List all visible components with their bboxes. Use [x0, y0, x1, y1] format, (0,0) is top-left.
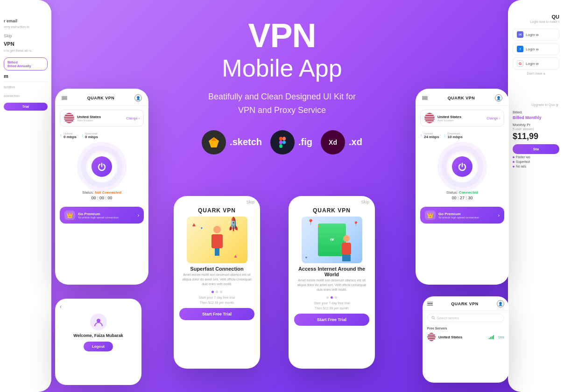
servers-brand: QUARK VPN [451, 301, 479, 306]
upload-item-right: ↑ Upload 24 mbps [420, 132, 439, 139]
figma-icon [270, 130, 295, 154]
back-btn[interactable]: ‹ [60, 303, 62, 310]
login-email-btn[interactable]: ✉ Login w [513, 28, 559, 41]
ping-bar-2 [490, 337, 491, 339]
location-bar-left[interactable]: United States Auto location Change › [60, 110, 144, 126]
dots-row-2 [289, 294, 375, 301]
start-button[interactable]: Sta [513, 144, 559, 154]
hamburger-icon-right[interactable] [422, 96, 428, 100]
search-bar[interactable]: Search servers [427, 314, 504, 322]
vpn-power-btn-right[interactable] [452, 156, 472, 177]
timer-left: 00 : 00 : 00 [91, 196, 112, 200]
upgrade-desc: Upgrade to Qua gr. [513, 103, 559, 106]
user-icon-right[interactable]: 👤 [495, 94, 502, 102]
premium-sub-right: To unlock high speed connection [438, 216, 479, 219]
status-value-right: Connected [459, 190, 478, 195]
phone-servers: QUARK VPN 👤 Search servers Free Servers … [423, 296, 509, 383]
status-text-left: Status: Not Connected [82, 190, 121, 195]
onboard-illust-2: 🗺 📍 📍 ● ● [302, 217, 362, 263]
billing-card[interactable]: Billed Billed Annually [4, 57, 48, 70]
vpn-outer-ring [81, 146, 123, 188]
trial-line2-1: Then $12.99 per month [174, 300, 260, 305]
google-icon: G [517, 60, 523, 67]
hero-title: VPN [248, 19, 316, 52]
svg-rect-5 [279, 144, 282, 148]
ping-bar-1 [489, 338, 490, 339]
partial-right-desc: Login now to make t [513, 20, 559, 24]
ping-bar-4 [493, 335, 494, 339]
login-fb-btn[interactable]: f Login w [513, 43, 559, 55]
trial-line1-1: Start your 7-day free trial [174, 295, 260, 300]
chevron-right-icon: › [139, 117, 140, 120]
vpn-power-btn-left[interactable] [92, 156, 112, 177]
skip-btn-1[interactable]: Skip [246, 200, 254, 204]
skip-label[interactable]: Skip [4, 34, 48, 38]
ping-bar [489, 335, 494, 339]
mail-icon: ✉ [517, 31, 523, 38]
avatar-icon [90, 314, 107, 330]
login-fb-label: Login w [526, 47, 539, 51]
hero-subtitle: Mobile App [222, 55, 342, 82]
vpn-label: VPN [4, 41, 48, 47]
login-google-btn[interactable]: G Login w [513, 57, 559, 70]
billed-monthly: Billed Monthly [513, 115, 559, 120]
download-val: 0 mbps [85, 135, 98, 139]
hamburger-icon[interactable] [62, 96, 67, 100]
trial-label: Trial [22, 105, 29, 108]
feature-2: Superfast [513, 160, 559, 163]
facebook-icon: f [517, 46, 523, 52]
menu-line [62, 96, 67, 97]
change-btn-right[interactable]: Change › [486, 117, 500, 120]
change-btn-left[interactable]: Change › [126, 117, 140, 120]
format-badges: .sketch .fig Xd .xd [202, 130, 362, 154]
dot [216, 291, 218, 293]
hero-desc: Beatifully and Clean Designed UI Kit for… [208, 90, 356, 117]
partial-price: m [4, 73, 48, 79]
monthly-label: Monthly Pr [513, 123, 559, 127]
start-free-btn-1[interactable]: Start Free Trial [179, 308, 254, 320]
ping-bar-3 [492, 336, 493, 339]
upload-val: 0 mbps [63, 135, 77, 139]
menu-line [422, 96, 428, 97]
dot-active [212, 291, 214, 293]
location-bar-right[interactable]: United States Auto location Change › [420, 110, 504, 126]
email-label: r email [4, 19, 48, 23]
free-servers-label: Free Servers [423, 325, 509, 331]
partial-right-panel: QU Login now to make t ✉ Login w f Login… [508, 0, 564, 392]
start-free-btn-2[interactable]: Start Free Trial [294, 314, 369, 326]
skip-btn-2[interactable]: Skip [361, 200, 369, 204]
partial-connection: connection [4, 94, 48, 98]
servers-header: QUARK VPN 👤 [423, 296, 509, 311]
user-icon-left[interactable]: 👤 [134, 94, 142, 102]
menu-line [422, 98, 428, 98]
auto-location-left: Auto location [77, 119, 123, 122]
servers-content: QUARK VPN 👤 Search servers Free Servers … [423, 296, 509, 383]
menu-line [62, 99, 67, 100]
logout-btn[interactable]: Logout [84, 342, 113, 351]
dot [335, 296, 337, 299]
onboard-desc-2: Amet minim mollit non deserunt ullamco e… [289, 278, 375, 294]
bullet [513, 156, 515, 158]
onboard-title-2: Access Internet Around the World [289, 263, 375, 278]
premium-btn-right[interactable]: 👑 Go Premium To unlock high speed connec… [420, 207, 504, 224]
fig-badge: .fig [270, 130, 312, 154]
onboard-illust-1: 🚀 ▲ ▲ ● [187, 217, 247, 263]
vpn-inner-ring [86, 151, 118, 182]
upload-arrow-right: ↑ [420, 133, 422, 138]
premium-arrow-icon-right: › [498, 213, 500, 218]
svg-point-8 [432, 316, 434, 319]
premium-btn-left[interactable]: 👑 Go Premium To unlock high speed connec… [60, 207, 144, 224]
premium-text-right: Go Premium To unlock high speed connecti… [438, 212, 479, 219]
server-item[interactable]: United States 1ms [423, 331, 509, 343]
hamburger-icon-servers[interactable] [427, 302, 433, 306]
svg-marker-1 [211, 137, 217, 141]
upload-val-right: 24 mbps [424, 135, 439, 139]
phone-header-right: QUARK VPN 👤 [416, 89, 509, 106]
menu-line [427, 302, 433, 303]
premium-title-right: Go Premium [438, 212, 479, 216]
speed-row-right: ↑ Upload 24 mbps ↓ Download 10 mbps [416, 130, 509, 142]
chevron-right-icon: › [499, 117, 500, 120]
partial-trial-btn[interactable]: Trial [4, 103, 48, 111]
user-icon-servers[interactable]: 👤 [497, 300, 504, 308]
download-arrow: ↓ [81, 133, 83, 138]
